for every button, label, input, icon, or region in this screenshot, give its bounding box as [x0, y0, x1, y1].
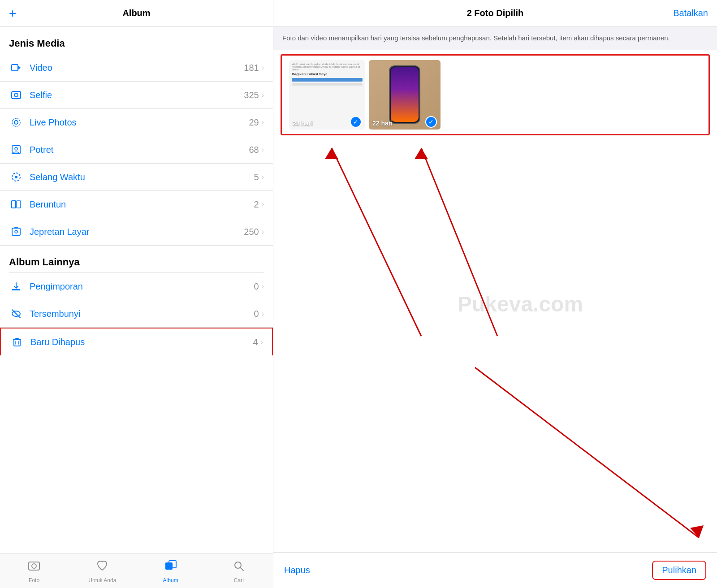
selang-waktu-count: 5	[254, 172, 259, 182]
pengimporan-count: 0	[254, 281, 259, 292]
cari-nav-label: Cari	[234, 577, 244, 584]
selfie-icon	[9, 88, 23, 102]
photo2-check-badge: ✓	[425, 116, 437, 128]
live-photos-icon	[9, 115, 23, 130]
right-header: 2 Foto Dipilih Batalkan	[273, 0, 717, 27]
svg-point-3	[14, 93, 18, 97]
cari-nav-icon	[233, 560, 245, 575]
section-header-album-lainnya: Album Lainnya	[0, 246, 273, 272]
svg-rect-0	[12, 65, 18, 71]
timelapse-icon	[9, 170, 23, 184]
left-panel-title: Album	[122, 8, 150, 18]
svg-rect-10	[12, 201, 16, 208]
svg-point-7	[15, 147, 17, 150]
photo-phone[interactable]: 22 hari ✓	[369, 60, 441, 130]
cancel-button[interactable]: Batalkan	[673, 8, 708, 18]
album-nav-label: Album	[163, 577, 178, 584]
photo1-days-label: 28 hari	[293, 120, 313, 127]
selfie-label: Selfie	[30, 90, 244, 100]
svg-rect-11	[17, 201, 21, 208]
photo2-days-label: 22 hari	[372, 120, 393, 127]
pengimporan-chevron: ›	[262, 282, 264, 290]
left-panel: + Album Jenis Media Video 181 ›	[0, 0, 273, 588]
jepretan-layar-label: Jepretan Layar	[30, 227, 244, 237]
svg-rect-14	[14, 227, 18, 229]
baru-dihapus-chevron: ›	[261, 338, 263, 346]
beruntun-chevron: ›	[262, 200, 264, 208]
nav-album[interactable]: Album	[137, 558, 205, 585]
svg-rect-18	[14, 340, 20, 346]
potret-chevron: ›	[262, 146, 264, 154]
list-item-selfie[interactable]: Selfie 325 ›	[0, 82, 273, 109]
baru-dihapus-label: Baru Dihapus	[30, 337, 253, 347]
video-chevron: ›	[262, 64, 264, 72]
info-banner: Foto dan video menampilkan hari yang ter…	[273, 27, 717, 50]
right-panel-title: 2 Foto Dipilih	[467, 8, 524, 18]
selfie-count: 325	[244, 90, 259, 100]
svg-line-29	[332, 148, 421, 336]
selang-waktu-label: Selang Waktu	[30, 172, 254, 182]
pulihkan-button[interactable]: Pulihkan	[652, 561, 706, 580]
nav-untuk-anda[interactable]: Untuk Anda	[68, 558, 136, 585]
svg-point-24	[32, 564, 36, 568]
svg-rect-12	[12, 228, 20, 235]
beruntun-label: Beruntun	[30, 199, 254, 210]
svg-marker-30	[325, 148, 338, 159]
selfie-chevron: ›	[262, 91, 264, 99]
hidden-icon	[9, 307, 23, 321]
svg-marker-1	[18, 65, 21, 70]
left-content: Jenis Media Video 181 › Selfie	[0, 27, 273, 553]
svg-point-9	[15, 176, 17, 178]
svg-point-4	[14, 121, 18, 124]
untuk-anda-nav-label: Untuk Anda	[88, 577, 116, 584]
list-item-video[interactable]: Video 181 ›	[0, 54, 273, 82]
list-item-tersembunyi[interactable]: Tersembunyi 0 ›	[0, 300, 273, 328]
selang-waktu-chevron: ›	[262, 173, 264, 181]
list-item-jepretan-layar[interactable]: Jepretan Layar 250 ›	[0, 218, 273, 246]
svg-point-13	[15, 230, 17, 233]
list-item-potret[interactable]: Potret 68 ›	[0, 136, 273, 164]
live-photos-label: Live Photos	[30, 117, 249, 128]
svg-rect-2	[12, 91, 21, 99]
tersembunyi-count: 0	[254, 309, 259, 319]
potret-icon	[9, 143, 23, 157]
list-item-selang-waktu[interactable]: Selang Waktu 5 ›	[0, 164, 273, 191]
video-icon	[9, 61, 23, 75]
list-item-live-photos[interactable]: Live Photos 29 ›	[0, 109, 273, 136]
right-bottom-actions: Hapus Pulihkan	[273, 552, 717, 588]
nav-foto[interactable]: Foto	[0, 558, 68, 585]
video-label: Video	[30, 63, 244, 73]
svg-rect-23	[29, 562, 39, 570]
list-item-baru-dihapus[interactable]: Baru Dihapus 4 ›	[0, 328, 273, 355]
import-icon	[9, 279, 23, 294]
baru-dihapus-count: 4	[253, 337, 258, 347]
left-header: + Album	[0, 0, 273, 27]
svg-rect-15	[12, 289, 20, 290]
hapus-button[interactable]: Hapus	[284, 565, 310, 575]
svg-rect-6	[12, 146, 20, 154]
photo1-check-badge: ✓	[350, 116, 362, 128]
jepretan-layar-chevron: ›	[262, 228, 264, 236]
live-photos-count: 29	[249, 117, 259, 128]
jepretan-layar-count: 250	[244, 227, 259, 237]
potret-label: Potret	[30, 145, 249, 155]
video-count: 181	[244, 63, 259, 73]
photo-screenshot[interactable]: Wi-Fi untuk sambungkan Anda tidak dapat …	[289, 60, 365, 130]
live-photos-chevron: ›	[262, 118, 264, 126]
selected-photos-container: Wi-Fi untuk sambungkan Anda tidak dapat …	[281, 54, 710, 135]
list-item-pengimporan[interactable]: Pengimporan 0 ›	[0, 273, 273, 300]
add-button[interactable]: +	[9, 6, 16, 21]
svg-line-33	[475, 368, 699, 538]
pengimporan-label: Pengimporan	[30, 281, 254, 292]
burst-icon	[9, 197, 23, 212]
section-header-jenis-media: Jenis Media	[0, 27, 273, 54]
tersembunyi-label: Tersembunyi	[30, 309, 254, 319]
untuk-anda-nav-icon	[96, 560, 108, 575]
svg-line-31	[421, 148, 497, 336]
svg-line-28	[240, 567, 243, 571]
svg-marker-34	[690, 525, 704, 538]
right-panel: 2 Foto Dipilih Batalkan Foto dan video m…	[273, 0, 717, 588]
nav-cari[interactable]: Cari	[205, 558, 273, 585]
list-item-beruntun[interactable]: Beruntun 2 ›	[0, 191, 273, 218]
potret-count: 68	[249, 145, 259, 155]
